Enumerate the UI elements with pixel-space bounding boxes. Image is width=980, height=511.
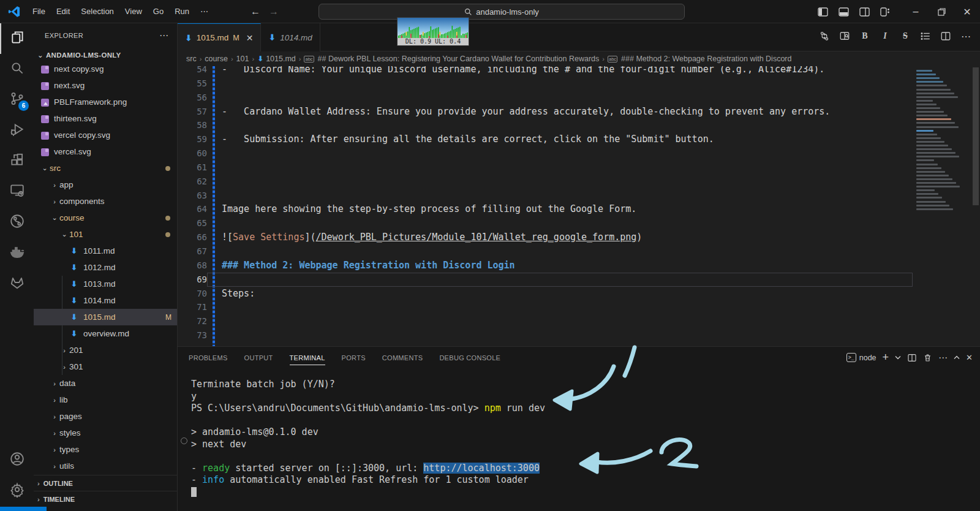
tree-folder-course[interactable]: ⌄course (34, 210, 178, 226)
tree-folder-data[interactable]: ›data (34, 375, 178, 392)
command-decoration-circle[interactable] (181, 437, 187, 444)
tree-folder-components[interactable]: ›components (34, 193, 178, 210)
activity-extensions[interactable] (0, 146, 34, 176)
activity-remote-explorer[interactable] (0, 176, 34, 207)
open-preview-icon[interactable] (837, 28, 853, 44)
toggle-sidebar-icon[interactable] (813, 2, 832, 21)
tree-file-1012-md[interactable]: ⬇1012.md (34, 259, 178, 276)
menu-file[interactable]: File (27, 4, 51, 18)
tree-file-next-copy-svg[interactable]: next copy.svg (34, 61, 178, 77)
toggle-panel-icon[interactable] (834, 2, 853, 21)
minimize-button[interactable]: – (903, 0, 929, 23)
open-changes-icon[interactable] (816, 28, 832, 44)
breadcrumb-item[interactable]: course (205, 55, 228, 63)
maximize-panel-icon[interactable] (954, 355, 960, 360)
close-window-button[interactable]: ✕ (954, 0, 980, 23)
tree-folder-101[interactable]: ⌄101 (34, 226, 178, 243)
panel-tab-output[interactable]: OUTPUT (244, 347, 273, 368)
toggle-secondary-sidebar-icon[interactable] (855, 2, 873, 21)
editor-more-actions-icon[interactable]: ⋯ (958, 28, 974, 44)
command-center-search[interactable]: andamio-lms-only (318, 4, 685, 20)
activity-run-debug[interactable] (0, 115, 34, 146)
tree-item-label: pages (59, 412, 82, 421)
terminal-dropdown-icon[interactable] (895, 355, 901, 360)
tree-folder-pages[interactable]: ›pages (34, 408, 178, 425)
breadcrumb-item[interactable]: 101 (236, 55, 249, 63)
tab-1014-md[interactable]: ⬇1014.md (261, 23, 320, 51)
tree-item-label: 1013.md (83, 279, 116, 289)
timeline-section-header[interactable]: › TIMELINE (34, 491, 178, 507)
menu-go[interactable]: Go (148, 4, 169, 18)
activity-accounts[interactable] (0, 445, 34, 475)
breadcrumb-item[interactable]: abc### Method 2: Webpage Registration wi… (608, 55, 792, 63)
tree-folder-201[interactable]: ›201 (34, 342, 178, 358)
panel-tab-comments[interactable]: COMMENTS (382, 347, 423, 368)
tree-item-label: 1011.md (83, 246, 115, 255)
activity-explorer[interactable] (0, 23, 34, 54)
tree-file-vercel-svg[interactable]: vercel.svg (34, 143, 178, 160)
activity-settings[interactable] (0, 475, 34, 506)
breadcrumb-item[interactable]: src (186, 55, 197, 63)
tree-folder-utils[interactable]: ›utils (34, 458, 178, 474)
bold-icon[interactable]: B (857, 28, 873, 44)
tree-file-next-svg[interactable]: next.svg (34, 77, 178, 94)
explorer-more-actions-icon[interactable]: ⋯ (159, 30, 168, 41)
panel-tab-ports[interactable]: PORTS (342, 347, 366, 368)
customize-layout-icon[interactable] (876, 2, 894, 21)
outline-section-header[interactable]: › OUTLINE (34, 475, 178, 491)
back-icon[interactable]: ← (251, 6, 260, 17)
code-line-66: 66![Save Settings](/Dework_PBL_Pictures/… (178, 230, 913, 244)
activity-gitlab[interactable] (0, 268, 34, 299)
activity-search[interactable] (0, 54, 34, 85)
close-panel-icon[interactable]: ✕ (966, 353, 973, 362)
tree-folder-lib[interactable]: ›lib (34, 392, 178, 408)
new-terminal-icon[interactable]: + (883, 351, 889, 364)
tree-folder-styles[interactable]: ›styles (34, 425, 178, 441)
breadcrumb-item[interactable]: ⬇1015.md (257, 55, 296, 63)
editor-scrollbar[interactable] (971, 66, 980, 346)
menu-edit[interactable]: Edit (51, 4, 75, 18)
status-bar-remote-stub[interactable] (0, 507, 47, 511)
tree-file-1011-md[interactable]: ⬇1011.md (34, 243, 178, 259)
tree-file-overview-md[interactable]: ⬇overview.md (34, 325, 178, 342)
panel-tab-terminal[interactable]: TERMINAL (290, 347, 325, 368)
split-terminal-icon[interactable] (907, 353, 917, 363)
tree-file-1013-md[interactable]: ⬇1013.md (34, 276, 178, 292)
tree-file-vercel-copy-svg[interactable]: vercel copy.svg (34, 127, 178, 143)
strikethrough-icon[interactable]: S (897, 28, 913, 44)
panel-tab-debug-console[interactable]: DEBUG CONSOLE (439, 347, 500, 368)
tree-item-label: 1015.md (83, 312, 116, 322)
breadcrumb-item[interactable]: abc## Dework PBL Lesson: Registering You… (304, 55, 599, 63)
menu-view[interactable]: View (119, 4, 148, 18)
activity-docker[interactable] (0, 238, 34, 268)
menu-more-icon[interactable]: ⋯ (195, 4, 214, 18)
bulleted-list-icon[interactable] (918, 28, 933, 44)
explorer-icon (10, 29, 26, 48)
tab-close-icon[interactable]: ✕ (246, 33, 254, 43)
minimap[interactable] (913, 66, 971, 346)
activity-gitlens[interactable] (0, 207, 34, 238)
menu-selection[interactable]: Selection (75, 4, 119, 18)
restore-button[interactable] (929, 0, 954, 23)
tree-file-thirteen-svg[interactable]: thirteen.svg (34, 110, 178, 127)
split-editor-icon[interactable] (938, 28, 954, 44)
panel-tab-problems[interactable]: PROBLEMS (189, 347, 228, 368)
tree-folder-src[interactable]: ⌄src (34, 160, 178, 176)
tree-folder-app[interactable]: ›app (34, 176, 178, 193)
tree-file-1014-md[interactable]: ⬇1014.md (34, 292, 178, 309)
source-control-badge: 6 (18, 100, 29, 111)
italic-icon[interactable]: I (877, 28, 893, 44)
menu-run[interactable]: Run (169, 4, 195, 18)
panel-more-actions-icon[interactable]: ⋯ (938, 352, 948, 363)
tree-folder-types[interactable]: ›types (34, 441, 178, 458)
tree-folder-301[interactable]: ›301 (34, 358, 178, 375)
activity-source-control[interactable]: 6 (0, 85, 34, 115)
network-graph (398, 18, 469, 38)
tree-file-1015-md[interactable]: ⬇1015.mdM (34, 309, 178, 325)
terminal-view[interactable]: Terminate batch job (Y/N)?yPS C:\Users\a… (178, 368, 980, 511)
tree-file-pblframework-png[interactable]: PBLFramework.png (34, 94, 178, 110)
editor-pane[interactable]: 54- Discord Name: Your unique Discord us… (178, 66, 980, 346)
tab-1015-md[interactable]: ⬇1015.mdM✕ (178, 23, 261, 51)
kill-terminal-icon[interactable] (923, 353, 932, 363)
terminal-instance[interactable]: >_ node (846, 353, 876, 362)
